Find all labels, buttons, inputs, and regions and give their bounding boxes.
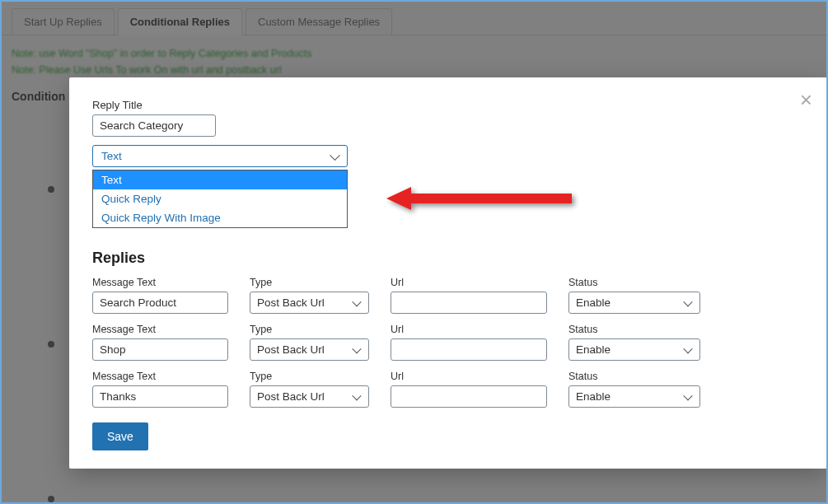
- col-status-label: Status: [568, 324, 700, 335]
- type-select-value: Post Back Url: [257, 390, 325, 403]
- reply-type-selected[interactable]: Text: [92, 145, 348, 167]
- col-status-label: Status: [568, 371, 700, 382]
- status-select-value: Enable: [576, 390, 610, 403]
- type-select[interactable]: Post Back Url: [250, 385, 369, 408]
- type-select[interactable]: Post Back Url: [250, 338, 369, 361]
- reply-row: Message Text Type Post Back Url Url Stat…: [92, 371, 804, 408]
- status-select[interactable]: Enable: [568, 338, 700, 361]
- col-status-label: Status: [568, 277, 700, 288]
- status-select-value: Enable: [576, 343, 610, 356]
- status-select[interactable]: Enable: [568, 385, 700, 408]
- col-type-label: Type: [250, 371, 369, 382]
- type-select-value: Post Back Url: [257, 343, 325, 356]
- reply-type-option-quick-reply-image[interactable]: Quick Reply With Image: [93, 208, 347, 227]
- message-text-input[interactable]: [92, 338, 228, 361]
- url-input[interactable]: [391, 338, 547, 361]
- replies-heading: Replies: [92, 250, 804, 267]
- reply-type-selected-label: Text: [101, 150, 122, 162]
- reply-row: Message Text Type Post Back Url Url Stat…: [92, 277, 804, 314]
- url-input[interactable]: [391, 385, 547, 408]
- col-type-label: Type: [250, 277, 369, 288]
- message-text-input[interactable]: [92, 292, 228, 314]
- col-url-label: Url: [391, 277, 547, 288]
- reply-type-option-text[interactable]: Text: [93, 170, 347, 189]
- col-type-label: Type: [250, 324, 369, 335]
- reply-type-dropdown: Text Quick Reply Quick Reply With Image: [92, 170, 348, 228]
- reply-row: Message Text Type Post Back Url Url Stat…: [92, 324, 804, 361]
- reply-type-option-quick-reply[interactable]: Quick Reply: [93, 189, 347, 208]
- status-select-value: Enable: [576, 296, 610, 309]
- col-url-label: Url: [391, 371, 547, 382]
- type-select-value: Post Back Url: [257, 296, 325, 309]
- reply-modal: × Reply Title Text Text Quick Reply Quic…: [69, 77, 827, 469]
- type-select[interactable]: Post Back Url: [250, 292, 369, 314]
- col-message-text-label: Message Text: [92, 277, 228, 288]
- message-text-input[interactable]: [92, 385, 228, 408]
- reply-type-select[interactable]: Text Text Quick Reply Quick Reply With I…: [92, 145, 348, 167]
- col-message-text-label: Message Text: [92, 371, 228, 382]
- save-button[interactable]: Save: [92, 422, 148, 450]
- col-url-label: Url: [391, 324, 547, 335]
- status-select[interactable]: Enable: [568, 292, 700, 314]
- reply-title-label: Reply Title: [92, 99, 804, 111]
- close-icon[interactable]: ×: [800, 89, 812, 110]
- url-input[interactable]: [391, 292, 547, 314]
- reply-title-input[interactable]: [92, 114, 216, 137]
- col-message-text-label: Message Text: [92, 324, 228, 335]
